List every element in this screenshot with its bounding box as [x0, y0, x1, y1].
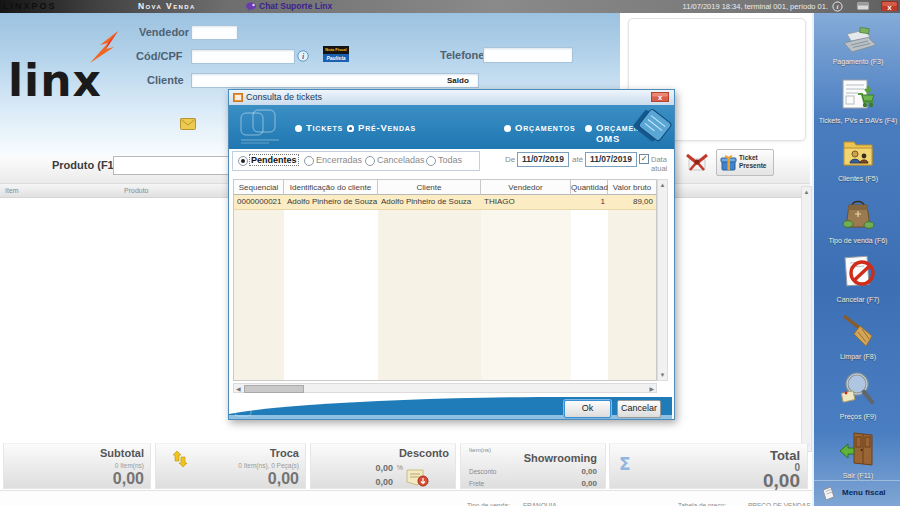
col-valor-bruto[interactable]: Valor bruto — [608, 180, 656, 195]
col-stripe — [378, 180, 481, 380]
dialog-titlebar-icon — [233, 93, 243, 102]
dialog-scroll-down-icon[interactable]: ▼ — [658, 371, 667, 379]
sidebar-item-pagamento[interactable]: Pagamento (F3) — [814, 25, 900, 65]
cliente-input[interactable] — [191, 73, 479, 88]
showrooming-panel: Item(ns) Showrooming Desconto 0,00 Frete… — [460, 443, 606, 489]
info-icon[interactable]: i — [832, 1, 843, 12]
sidebar-item-precos[interactable]: Preços (F9) — [814, 370, 900, 420]
minimize-icon[interactable] — [856, 1, 870, 11]
cancel-button[interactable]: Cancelar — [617, 400, 661, 418]
cell-sequencial: 0000000021 — [234, 195, 284, 209]
col-cliente[interactable]: Cliente — [378, 180, 481, 195]
subtotal-title: Subtotal — [100, 447, 144, 459]
sidebar-item-tickets-pvs-davs[interactable]: Tickets, PVs e DAVs (F4) — [814, 78, 900, 124]
col-stripe — [481, 180, 571, 380]
session-info: 11/07/2019 18:34, terminal 001, período … — [0, 2, 828, 11]
tab-dot-pre-vendas[interactable] — [347, 125, 354, 132]
radio-canceladas[interactable] — [365, 156, 375, 166]
dialog-hscroll-thumb[interactable] — [244, 385, 304, 393]
sidebar-item-cancelar[interactable]: Cancelar (F7) — [814, 255, 900, 303]
dialog-filter-row: Pendentes Encerradas Canceladas Todas De… — [229, 149, 674, 171]
troca-detail: 0 Item(ns), 0 Peça(s) — [238, 462, 299, 469]
tickets-table: Sequencial Identificação do cliente Clie… — [233, 179, 657, 381]
saldo-label: Saldo — [447, 76, 469, 85]
dialog-hscrollbar[interactable]: ◀ ▶ — [233, 383, 657, 393]
cancel-document-icon — [838, 255, 878, 291]
cpf-info-icon[interactable]: i — [297, 50, 309, 62]
tab-pre-vendas[interactable]: Pré-Vendas — [358, 122, 416, 133]
date-from-input[interactable]: 11/07/2019 — [517, 152, 569, 167]
cell-cliente: Adolfo Pinheiro de Souza — [378, 195, 481, 209]
tab-orcamentos[interactable]: Orçamentos — [515, 122, 575, 133]
col-sequencial[interactable]: Sequencial — [234, 180, 284, 195]
tipo-venda-value: FRANQUIA — [523, 502, 557, 506]
troca-value: 0,00 — [268, 470, 299, 488]
radio-encerradas-label[interactable]: Encerradas — [316, 155, 362, 165]
tab-tickets[interactable]: Tickets — [306, 122, 343, 133]
telefone-input[interactable] — [483, 47, 573, 63]
dialog-vscrollbar[interactable]: ▲ ▼ — [657, 179, 668, 381]
subtotal-panel: Subtotal 0 Item(ns) 0,00 — [3, 443, 151, 489]
linxpos-window: LINXPOS Nova Venda Chat Suporte Linx 11/… — [0, 0, 900, 506]
dialog-titlebar[interactable]: Consulta de tickets x — [229, 90, 674, 106]
col-identificacao[interactable]: Identificação do cliente — [284, 180, 378, 195]
radio-encerradas[interactable] — [304, 156, 314, 166]
table-row[interactable]: 0000000021 Adolfo Pinheiro de Souza Adol… — [234, 195, 656, 210]
tab-dot-orcamentos[interactable] — [504, 125, 511, 132]
discount-note-icon[interactable] — [406, 468, 430, 487]
tabela-preco-label: Tabela de preço: — [678, 502, 726, 506]
data-atual-checkbox[interactable]: ✓ — [639, 154, 649, 164]
data-atual-label: Data atual — [651, 155, 674, 173]
envelope-icon[interactable] — [180, 118, 196, 130]
consulta-tickets-dialog: Consulta de tickets x Tickets Pré-Vendas… — [228, 89, 675, 420]
total-panel: Σ Total 0 0,00 — [609, 443, 808, 489]
cod-cpf-label: Cód/CPF — [136, 50, 182, 62]
showrooming-desconto-label: Desconto — [469, 468, 496, 475]
total-title: Total — [770, 448, 800, 463]
showrooming-frete-label: Frete — [469, 480, 484, 487]
dialog-header-band: Tickets Pré-Vendas Orçamentos Orçamentos… — [229, 105, 674, 149]
radio-todas-label[interactable]: Todas — [438, 155, 462, 165]
tab-dot-orcamentos-oms[interactable] — [585, 125, 592, 132]
actions-sidebar: Pagamento (F3) Tickets, PVs e DAVs (F4) — [812, 13, 900, 506]
dialog-title: Consulta de tickets — [246, 92, 322, 102]
svg-text:i: i — [837, 3, 839, 11]
subtotal-detail: 0 Item(ns) — [115, 462, 144, 469]
date-to-input[interactable]: 11/07/2019 — [585, 152, 637, 167]
radio-pendentes[interactable] — [238, 156, 248, 166]
col-vendedor[interactable]: Vendedor — [481, 180, 571, 195]
radio-todas[interactable] — [426, 156, 436, 166]
tab-dot-tickets[interactable] — [295, 125, 302, 132]
total-value: 0,00 — [763, 470, 800, 492]
dialog-scroll-left-icon[interactable]: ◀ — [236, 385, 241, 392]
dialog-scroll-up-icon[interactable]: ▲ — [658, 181, 667, 189]
radio-canceladas-label[interactable]: Canceladas — [377, 155, 425, 165]
sidebar-item-clientes[interactable]: Clientes (F5) — [814, 136, 900, 182]
dialog-close-icon[interactable]: x — [651, 92, 669, 102]
date-from-label: De — [505, 155, 515, 164]
gift-box-icon — [720, 154, 737, 171]
col-quantidade[interactable]: Quantidade — [571, 180, 608, 195]
ticket-presente-button[interactable]: Ticket Presente — [716, 149, 774, 176]
price-magnifier-icon — [838, 370, 878, 408]
dialog-scroll-right-icon[interactable]: ▶ — [649, 385, 654, 392]
app-titlebar: LINXPOS Nova Venda Chat Suporte Linx 11/… — [0, 0, 900, 13]
ok-button[interactable]: Ok — [564, 400, 611, 418]
dialog-logo-outline — [239, 109, 295, 147]
close-icon[interactable]: x — [881, 1, 898, 11]
items-col-item: Item — [5, 187, 19, 194]
document-cart-icon — [838, 78, 878, 112]
gift-ribbon-icon[interactable] — [685, 151, 709, 172]
scroll-up-icon[interactable]: ▲ — [802, 188, 811, 196]
items-scrollbar[interactable]: ▲ ▼ — [801, 186, 812, 452]
troca-title: Troca — [270, 447, 299, 459]
sidebar-item-sair[interactable]: Sair (F11) — [814, 431, 900, 479]
sidebar-item-tipo-venda[interactable]: Tipo de venda (F6) — [814, 196, 900, 244]
sigma-icon: Σ — [619, 454, 631, 474]
vendedor-input[interactable] — [191, 25, 238, 40]
exit-door-icon — [838, 431, 878, 467]
radio-pendentes-label[interactable]: Pendentes — [250, 155, 298, 165]
sidebar-item-limpar[interactable]: Limpar (F8) — [814, 312, 900, 360]
cod-cpf-input[interactable] — [191, 49, 295, 64]
tickets-stack-icon — [627, 107, 674, 149]
